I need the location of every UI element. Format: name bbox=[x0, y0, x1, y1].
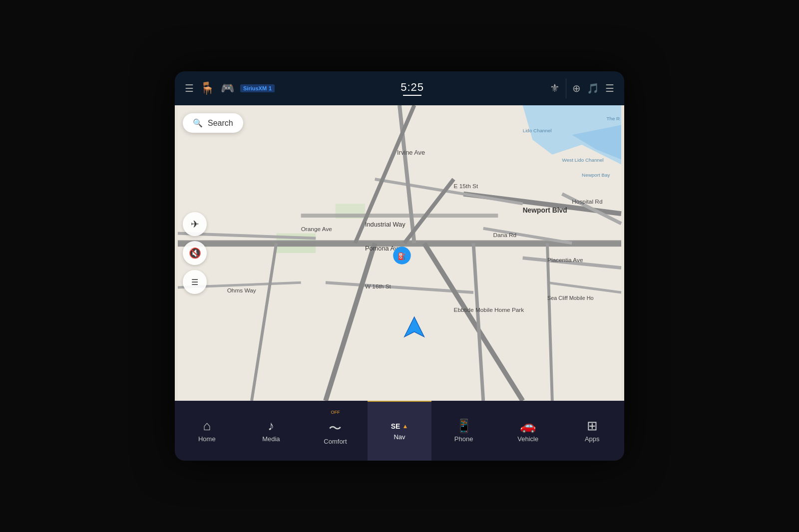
nav-comfort[interactable]: OFF 〜 Comfort bbox=[303, 401, 368, 461]
vehicle-label: Vehicle bbox=[517, 435, 538, 443]
steering-icon[interactable]: 🎮 bbox=[221, 82, 234, 95]
svg-text:Dana Rd: Dana Rd bbox=[493, 232, 516, 239]
clock: 5:25 bbox=[400, 81, 424, 94]
menu-right-icon[interactable]: ☰ bbox=[605, 82, 614, 94]
search-icon: 🔍 bbox=[193, 118, 203, 128]
nav-phone[interactable]: 📱 Phone bbox=[431, 401, 496, 461]
divider bbox=[566, 78, 566, 98]
phone-icon: 📱 bbox=[456, 419, 472, 432]
search-label: Search bbox=[208, 119, 233, 128]
phone-aux-icon[interactable]: 🎵 bbox=[587, 82, 599, 94]
maserati-icon: ⚜ bbox=[550, 82, 560, 95]
svg-text:Ebbtide Mobile Home Park: Ebbtide Mobile Home Park bbox=[454, 306, 524, 313]
svg-text:Lido Channel: Lido Channel bbox=[523, 128, 552, 133]
home-label: Home bbox=[198, 435, 216, 443]
nav-home[interactable]: ⌂ Home bbox=[175, 401, 239, 461]
svg-text:Newport Blvd: Newport Blvd bbox=[523, 206, 567, 214]
hamburger-icon: ☰ bbox=[191, 277, 198, 287]
comfort-label: Comfort bbox=[324, 438, 347, 445]
carplay-icon[interactable]: ⊕ bbox=[572, 82, 581, 94]
sirius-channel: 1 bbox=[269, 85, 272, 91]
map-background: Irvine Ave E 15th St Orange Ave Newport … bbox=[175, 105, 624, 401]
svg-text:Newport Bay: Newport Bay bbox=[582, 172, 610, 178]
nav-label: Nav bbox=[394, 433, 405, 441]
svg-text:Orange Ave: Orange Ave bbox=[301, 226, 333, 233]
compass-button[interactable]: ✈ bbox=[183, 212, 207, 236]
nav-arrow-indicator: ▲ bbox=[402, 423, 408, 430]
status-bar: ☰ 🪑 🎮 SiriusXM 1 5:25 ⚜ ⊕ 🎵 ☰ bbox=[175, 71, 624, 105]
svg-text:Hospital Rd: Hospital Rd bbox=[572, 198, 602, 205]
svg-text:⛽: ⛽ bbox=[398, 252, 406, 261]
nav-apps[interactable]: ⊞ Apps bbox=[560, 401, 624, 461]
svg-text:Industrial Way: Industrial Way bbox=[365, 221, 405, 228]
mute-button[interactable]: 🔇 bbox=[183, 241, 207, 265]
menu-button[interactable]: ☰ bbox=[183, 270, 207, 294]
svg-text:The R: The R bbox=[606, 116, 620, 121]
search-bar[interactable]: 🔍 Search bbox=[183, 113, 243, 133]
home-icon: ⌂ bbox=[203, 419, 211, 432]
status-right-controls: ⚜ ⊕ 🎵 ☰ bbox=[550, 78, 614, 98]
svg-text:W 16th St: W 16th St bbox=[365, 283, 392, 290]
svg-text:Placentia Ave: Placentia Ave bbox=[547, 257, 583, 264]
time-underline bbox=[403, 95, 421, 96]
svg-text:Irvine Ave: Irvine Ave bbox=[397, 149, 425, 156]
nav-media[interactable]: ♪ Media bbox=[239, 401, 304, 461]
infotainment-screen: ☰ 🪑 🎮 SiriusXM 1 5:25 ⚜ ⊕ 🎵 ☰ bbox=[175, 71, 624, 461]
map-area[interactable]: Irvine Ave E 15th St Orange Ave Newport … bbox=[175, 105, 624, 401]
status-left-controls: ☰ 🪑 🎮 SiriusXM 1 bbox=[185, 81, 275, 95]
svg-rect-5 bbox=[301, 214, 498, 218]
menu-icon[interactable]: ☰ bbox=[185, 82, 194, 94]
phone-label: Phone bbox=[454, 435, 473, 443]
svg-text:West Lido Channel: West Lido Channel bbox=[562, 157, 604, 163]
bottom-nav: ⌂ Home ♪ Media OFF 〜 Comfort SE ▲ Nav 📱 … bbox=[175, 401, 624, 461]
apps-icon: ⊞ bbox=[587, 419, 598, 432]
seat-heat-icon[interactable]: 🪑 bbox=[200, 81, 215, 95]
nav-heading: SE ▲ bbox=[391, 422, 408, 430]
svg-text:Ohms Way: Ohms Way bbox=[227, 287, 256, 294]
svg-text:E 15th St: E 15th St bbox=[454, 183, 478, 190]
svg-text:Sea Cliff Mobile Ho: Sea Cliff Mobile Ho bbox=[547, 295, 594, 301]
apps-label: Apps bbox=[585, 435, 600, 443]
comfort-icon: 〜 bbox=[329, 422, 342, 435]
music-icon: ♪ bbox=[268, 419, 274, 432]
sirius-label: SiriusXM bbox=[243, 85, 267, 91]
nav-vehicle[interactable]: 🚗 Vehicle bbox=[496, 401, 560, 461]
status-center: 5:25 bbox=[400, 81, 424, 96]
sirius-badge[interactable]: SiriusXM 1 bbox=[240, 84, 275, 92]
media-label: Media bbox=[262, 435, 280, 443]
vehicle-icon: 🚗 bbox=[520, 419, 536, 432]
comfort-status: OFF bbox=[331, 410, 340, 415]
map-controls: ✈ 🔇 ☰ bbox=[183, 212, 207, 294]
nav-navigation[interactable]: SE ▲ Nav bbox=[368, 401, 432, 461]
